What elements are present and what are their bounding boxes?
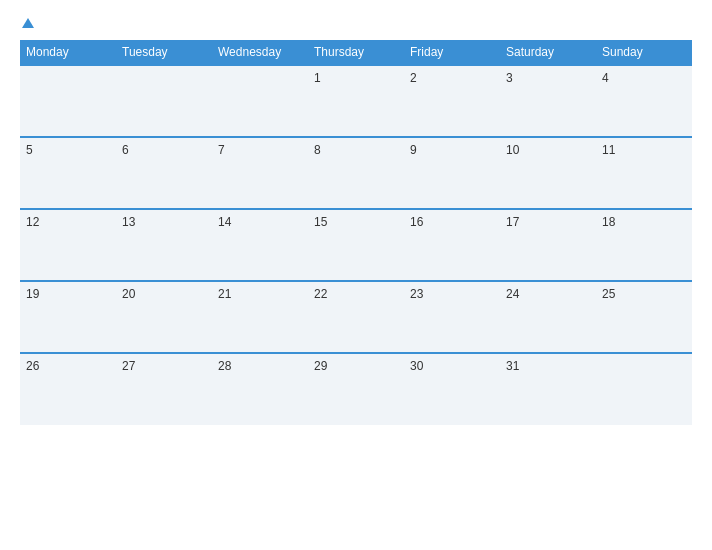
day-number: 20 xyxy=(122,287,135,301)
day-number: 22 xyxy=(314,287,327,301)
day-number: 5 xyxy=(26,143,33,157)
calendar-cell xyxy=(116,65,212,137)
calendar-cell: 18 xyxy=(596,209,692,281)
day-number: 21 xyxy=(218,287,231,301)
weekday-header-tuesday: Tuesday xyxy=(116,40,212,65)
weekday-header-row: MondayTuesdayWednesdayThursdayFridaySatu… xyxy=(20,40,692,65)
day-number: 15 xyxy=(314,215,327,229)
day-number: 24 xyxy=(506,287,519,301)
day-number: 28 xyxy=(218,359,231,373)
calendar-cell: 21 xyxy=(212,281,308,353)
calendar-cell: 9 xyxy=(404,137,500,209)
calendar-cell: 23 xyxy=(404,281,500,353)
calendar-cell: 27 xyxy=(116,353,212,425)
day-number: 13 xyxy=(122,215,135,229)
calendar-cell: 31 xyxy=(500,353,596,425)
day-number: 27 xyxy=(122,359,135,373)
calendar-cell: 13 xyxy=(116,209,212,281)
day-number: 6 xyxy=(122,143,129,157)
calendar-cell: 30 xyxy=(404,353,500,425)
calendar-cell: 12 xyxy=(20,209,116,281)
calendar-cell: 15 xyxy=(308,209,404,281)
calendar-cell: 20 xyxy=(116,281,212,353)
calendar-cell: 1 xyxy=(308,65,404,137)
calendar-week-row: 567891011 xyxy=(20,137,692,209)
calendar-week-row: 12131415161718 xyxy=(20,209,692,281)
day-number: 29 xyxy=(314,359,327,373)
day-number: 19 xyxy=(26,287,39,301)
calendar-cell: 22 xyxy=(308,281,404,353)
day-number: 25 xyxy=(602,287,615,301)
day-number: 12 xyxy=(26,215,39,229)
calendar-cell: 3 xyxy=(500,65,596,137)
weekday-header-friday: Friday xyxy=(404,40,500,65)
day-number: 7 xyxy=(218,143,225,157)
day-number: 3 xyxy=(506,71,513,85)
weekday-header-monday: Monday xyxy=(20,40,116,65)
calendar-cell: 16 xyxy=(404,209,500,281)
calendar-cell: 10 xyxy=(500,137,596,209)
day-number: 2 xyxy=(410,71,417,85)
calendar-cell: 19 xyxy=(20,281,116,353)
calendar-cell: 14 xyxy=(212,209,308,281)
day-number: 14 xyxy=(218,215,231,229)
day-number: 30 xyxy=(410,359,423,373)
calendar-cell: 2 xyxy=(404,65,500,137)
calendar-cell: 8 xyxy=(308,137,404,209)
day-number: 4 xyxy=(602,71,609,85)
day-number: 1 xyxy=(314,71,321,85)
weekday-header-sunday: Sunday xyxy=(596,40,692,65)
calendar-cell xyxy=(596,353,692,425)
weekday-header-saturday: Saturday xyxy=(500,40,596,65)
day-number: 26 xyxy=(26,359,39,373)
calendar-cell xyxy=(20,65,116,137)
day-number: 10 xyxy=(506,143,519,157)
calendar-cell: 5 xyxy=(20,137,116,209)
calendar-cell: 29 xyxy=(308,353,404,425)
calendar-cell xyxy=(212,65,308,137)
logo-triangle-icon xyxy=(22,18,34,28)
calendar-cell: 4 xyxy=(596,65,692,137)
day-number: 17 xyxy=(506,215,519,229)
weekday-header-wednesday: Wednesday xyxy=(212,40,308,65)
page-header xyxy=(20,18,692,30)
calendar-body: 1234567891011121314151617181920212223242… xyxy=(20,65,692,425)
day-number: 23 xyxy=(410,287,423,301)
logo xyxy=(20,18,34,30)
day-number: 31 xyxy=(506,359,519,373)
calendar-cell: 17 xyxy=(500,209,596,281)
calendar-cell: 25 xyxy=(596,281,692,353)
day-number: 8 xyxy=(314,143,321,157)
calendar-week-row: 19202122232425 xyxy=(20,281,692,353)
calendar-cell: 26 xyxy=(20,353,116,425)
day-number: 9 xyxy=(410,143,417,157)
day-number: 11 xyxy=(602,143,615,157)
calendar-page: MondayTuesdayWednesdayThursdayFridaySatu… xyxy=(0,0,712,550)
calendar-cell: 11 xyxy=(596,137,692,209)
calendar-cell: 7 xyxy=(212,137,308,209)
calendar-header: MondayTuesdayWednesdayThursdayFridaySatu… xyxy=(20,40,692,65)
calendar-table: MondayTuesdayWednesdayThursdayFridaySatu… xyxy=(20,40,692,425)
day-number: 16 xyxy=(410,215,423,229)
calendar-cell: 28 xyxy=(212,353,308,425)
calendar-week-row: 1234 xyxy=(20,65,692,137)
weekday-header-thursday: Thursday xyxy=(308,40,404,65)
calendar-cell: 24 xyxy=(500,281,596,353)
calendar-week-row: 262728293031 xyxy=(20,353,692,425)
calendar-cell: 6 xyxy=(116,137,212,209)
day-number: 18 xyxy=(602,215,615,229)
